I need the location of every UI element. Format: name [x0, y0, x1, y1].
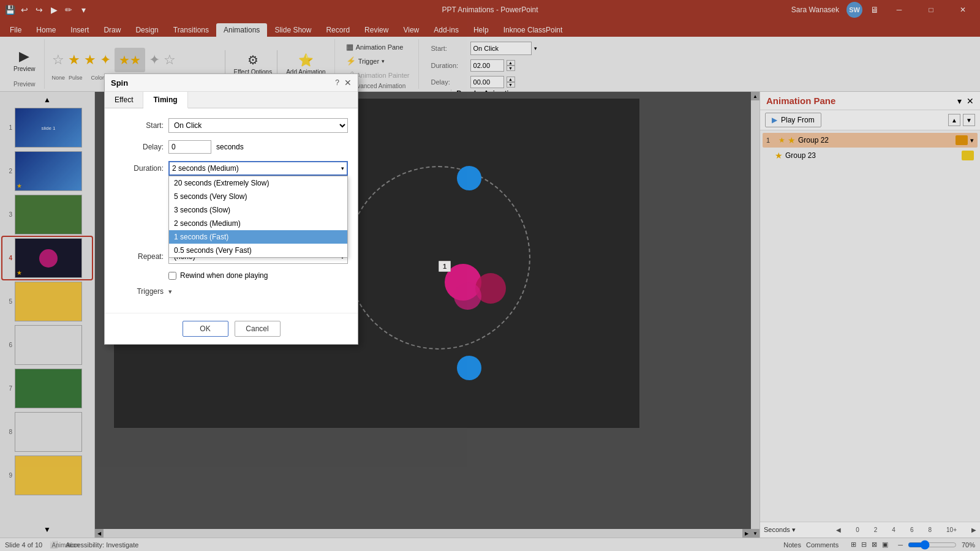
dialog-close-button[interactable]: ✕ — [344, 78, 352, 88]
duration-label: Duration: — [115, 164, 164, 173]
dialog-overlay: Spin ? ✕ Effect Timing Start: On Click D… — [0, 0, 980, 551]
start-select[interactable]: On Click — [168, 118, 348, 133]
dialog-content: Start: On Click Delay: seconds Duration:… — [105, 108, 358, 313]
triggers-row: Triggers ▾ — [115, 287, 348, 296]
dialog-titlebar: Spin ? ✕ — [105, 74, 358, 92]
rewind-checkbox-row: Rewind when done playing — [168, 271, 268, 280]
ok-button[interactable]: OK — [183, 321, 228, 337]
dur-option-1[interactable]: 20 seconds (Extremely Slow) — [169, 176, 347, 190]
duration-row: Duration: 2 seconds (Medium) ▾ 20 second… — [115, 161, 348, 176]
triggers-expand-icon[interactable]: ▾ — [168, 288, 172, 296]
rewind-row: Rewind when done playing — [115, 271, 348, 280]
delay-row: Delay: seconds — [115, 140, 348, 154]
dur-option-3[interactable]: 3 seconds (Slow) — [169, 203, 347, 217]
duration-select[interactable]: 2 seconds (Medium) ▾ — [168, 161, 348, 176]
tab-effect[interactable]: Effect — [105, 92, 143, 108]
duration-dropdown-icon[interactable]: ▾ — [341, 165, 344, 171]
dur-option-4[interactable]: 2 seconds (Medium) — [169, 217, 347, 230]
rewind-label: Rewind when done playing — [180, 271, 268, 280]
dialog-help-icon[interactable]: ? — [335, 78, 339, 87]
delay-unit: seconds — [216, 143, 244, 151]
dialog-icons: ? ✕ — [335, 78, 352, 88]
dialog-tabs: Effect Timing — [105, 92, 358, 108]
start-label: Start: — [115, 121, 164, 130]
repeat-label: Repeat: — [115, 252, 164, 261]
triggers-label: Triggers — [115, 287, 164, 296]
tab-timing[interactable]: Timing — [143, 92, 187, 108]
spin-dialog: Spin ? ✕ Effect Timing Start: On Click D… — [104, 73, 358, 345]
dur-option-5[interactable]: 1 seconds (Fast) — [169, 230, 347, 244]
rewind-checkbox[interactable] — [168, 272, 176, 280]
dur-option-6[interactable]: 0.5 seconds (Very Fast) — [169, 244, 347, 257]
dialog-title: Spin — [111, 78, 128, 88]
duration-dropdown: 20 seconds (Extremely Slow) 5 seconds (V… — [168, 176, 348, 258]
dialog-footer: OK Cancel — [105, 313, 358, 344]
start-row: Start: On Click — [115, 118, 348, 133]
delay-field[interactable] — [168, 140, 211, 154]
delay-label: Delay: — [115, 143, 164, 151]
cancel-button[interactable]: Cancel — [235, 321, 281, 337]
dur-option-2[interactable]: 5 seconds (Very Slow) — [169, 190, 347, 203]
